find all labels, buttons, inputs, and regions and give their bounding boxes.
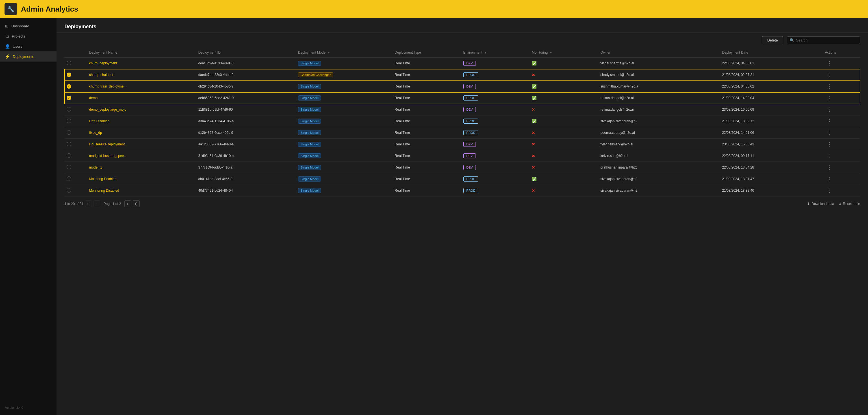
sidebar-item-projects[interactable]: 🗂Projects [0,31,57,41]
row-actions-cell[interactable]: ⋮ [823,58,860,69]
deployment-name-link[interactable]: Drift Disabled [89,119,110,123]
row-id-cell: 31d93e51-0a39-4b10-a [196,150,296,162]
reset-table-button[interactable]: ↺ Reset table [839,202,860,206]
row-date-cell: 21/08/2024, 02:27:21 [720,69,823,81]
row-actions-cell[interactable]: ⋮ [823,127,860,139]
row-actions-button[interactable]: ⋮ [825,141,834,147]
row-actions-button[interactable]: ⋮ [825,153,834,159]
monitoring-err-icon: ✖ [532,131,535,135]
sidebar-label-dashboard: Dashboard [11,24,29,28]
table-row: Moitoring Enabledab0141ed-3acf-4c65-8:Si… [64,173,860,185]
row-actions-button[interactable]: ⋮ [825,130,834,136]
pagination: 1 to 20 of 21 ⟨⟨ ‹ Page 1 of 2 › ⟩⟩ [64,201,140,207]
row-check-cell[interactable]: ✓ [64,69,87,81]
row-owner-cell: prathushan.inparaj@h2c [598,162,720,173]
monitoring-err-icon: ✖ [532,73,535,77]
deployment-name-link[interactable]: model_1 [89,166,102,169]
radio-unchecked[interactable] [67,188,71,193]
row-id-cell: deac6d9e-a133-4891-8 [196,58,296,69]
row-check-cell[interactable] [64,115,87,127]
prev-page-button[interactable]: ‹ [94,201,100,207]
row-actions-cell[interactable]: ⋮ [823,81,860,92]
table-row: marigold-bustard_spee...31d93e51-0a39-4b… [64,150,860,162]
row-check-cell[interactable]: ✓ [64,92,87,104]
search-input[interactable] [796,38,857,42]
row-actions-cell[interactable]: ⋮ [823,150,860,162]
radio-unchecked[interactable] [67,107,71,111]
row-check-cell[interactable] [64,139,87,150]
pagination-text: 1 to 20 of 21 [64,202,83,206]
row-check-cell[interactable] [64,162,87,173]
row-date-cell: 22/08/2024, 09:17:11 [720,150,823,162]
row-actions-cell[interactable]: ⋮ [823,139,860,150]
row-actions-button[interactable]: ⋮ [825,83,834,90]
row-actions-button[interactable]: ⋮ [825,187,834,194]
row-check-cell[interactable] [64,58,87,69]
row-actions-button[interactable]: ⋮ [825,118,834,124]
first-page-button[interactable]: ⟨⟨ [85,201,92,207]
row-actions-cell[interactable]: ⋮ [823,115,860,127]
delete-button[interactable]: Delete [762,36,783,44]
radio-unchecked[interactable] [67,130,71,135]
next-page-button[interactable]: › [124,201,131,207]
row-actions-cell[interactable]: ⋮ [823,185,860,197]
deployment-name-link[interactable]: demo_deploylarge_mojc [89,108,126,111]
deployment-name-link[interactable]: marigold-bustard_spee... [89,154,127,158]
row-actions-button[interactable]: ⋮ [825,176,834,182]
row-actions-cell[interactable]: ⋮ [823,162,860,173]
sidebar-item-deployments[interactable]: ⚡Deployments [0,51,57,62]
row-check-cell[interactable] [64,127,87,139]
row-env-cell: DEV [461,150,530,162]
radio-unchecked[interactable] [67,176,71,181]
row-actions-cell[interactable]: ⋮ [823,104,860,115]
row-check-cell[interactable] [64,150,87,162]
row-actions-cell[interactable]: ⋮ [823,69,860,81]
row-actions-button[interactable]: ⋮ [825,106,834,113]
row-name-cell: demo_deploylarge_mojc [87,104,196,115]
row-owner-cell: sivakajan.sivaparan@h2 [598,185,720,197]
row-actions-cell[interactable]: ⋮ [823,173,860,185]
row-date-cell: 21/08/2024, 18:32:40 [720,185,823,197]
radio-unchecked[interactable] [67,142,71,146]
row-actions-cell[interactable]: ⋮ [823,92,860,104]
row-monitoring-cell: ✅ [529,81,598,92]
deployment-name-link[interactable]: Monitoring Disabled [89,188,119,193]
sidebar-item-users[interactable]: 👤Users [0,41,57,51]
row-actions-button[interactable]: ⋮ [825,164,834,171]
radio-unchecked[interactable] [67,165,71,169]
radio-unchecked[interactable] [67,118,71,123]
radio-checked[interactable]: ✓ [67,96,71,100]
main-content: Deployments Delete 🔍 Deployment Name Dep… [57,18,868,415]
row-mode-cell: Single Model [296,115,393,127]
sidebar-label-users: Users [13,44,22,48]
row-name-cell: churn_deployment [87,58,196,69]
header: 🔧 Admin Analytics [0,0,868,18]
deployment-name-link[interactable]: Moitoring Enabled [89,177,116,181]
row-check-cell[interactable]: ✓ [64,81,87,92]
radio-checked[interactable]: ✓ [67,84,71,89]
radio-unchecked[interactable] [67,61,71,65]
deployment-name-link[interactable]: churnt_train_deployme... [89,84,126,89]
deployment-name-link[interactable]: fixed_dp [89,131,102,135]
row-check-cell[interactable] [64,185,87,197]
row-mode-cell: Single Model [296,173,393,185]
row-mode-cell: Single Model [296,150,393,162]
radio-checked[interactable]: ✓ [67,73,71,77]
row-monitoring-cell: ✖ [529,127,598,139]
last-page-button[interactable]: ⟩⟩ [133,201,140,207]
row-check-cell[interactable] [64,104,87,115]
deployment-name-link[interactable]: churn_deployment [89,61,117,65]
deployment-name-link[interactable]: champ-chal-test [89,73,113,77]
row-check-cell[interactable] [64,173,87,185]
sidebar-item-dashboard[interactable]: ⊞Dashboard [0,21,57,31]
row-actions-button[interactable]: ⋮ [825,60,834,66]
download-data-button[interactable]: ⬇ Download data [807,202,834,206]
monitoring-ok-icon: ✅ [532,96,536,100]
deployment-name-link[interactable]: demo [89,96,97,100]
radio-unchecked[interactable] [67,153,71,158]
env-badge: PROD [463,72,478,77]
deployment-name-link[interactable]: HousePriceDeployment [89,142,125,146]
env-badge: PROD [463,188,478,193]
row-actions-button[interactable]: ⋮ [825,95,834,101]
row-actions-button[interactable]: ⋮ [825,72,834,78]
